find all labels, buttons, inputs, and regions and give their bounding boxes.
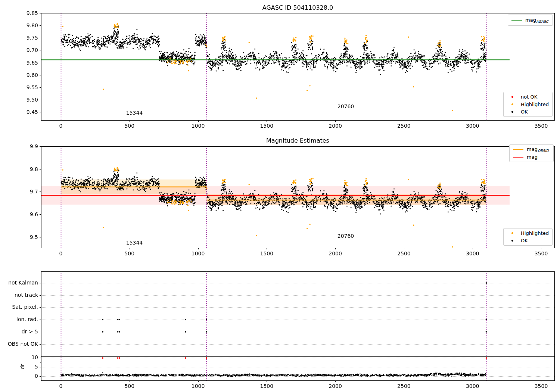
x-tick-label-panel2: 500 [120,251,139,257]
panel2-title: Magnitude Estimates [41,137,554,144]
flag-category-label: dr > 5 [0,329,38,335]
flag-category-label: not track [0,292,38,298]
x-tick-label-panel1: 2000 [326,123,345,129]
y-tick-label-panel2: 9.6 [15,211,38,218]
x-tick-label-panel1: 500 [120,123,139,129]
annotation-obsid-20760-panel1: 20760 [335,103,357,109]
legend-label: mag [527,154,538,160]
panel1-title: AGASC ID 504110328.0 [41,4,554,11]
legend-line-swatch-icon [513,149,524,150]
y-tick-label-panel2: 9.5 [15,234,38,240]
x-tick-label-panel2: 2000 [326,251,345,257]
legend-status-panel1: not OKHighlightedOK [503,92,553,117]
x-tick-label-panel2: 0 [52,251,70,257]
legend-line-swatch-icon [513,157,524,158]
y-tick-label-panel1: 9.65 [15,60,38,66]
y-tick-label-panel1: 9.45 [15,109,38,115]
legend-status-panel2: HighlightedOK [503,228,553,246]
x-tick-label-panel3: 1500 [257,383,276,389]
flag-category-label: Ion. rad. [0,316,38,323]
x-tick-label-panel3: 3000 [463,383,482,389]
plots-canvas [0,0,560,392]
y-tick-label-panel2: 9.9 [15,143,38,150]
legend-dot-swatch-icon [507,103,518,105]
x-tick-label-panel1: 3000 [463,123,482,129]
legend-mag-obsid-item: mag [511,153,552,161]
x-tick-label-panel1: 1000 [189,123,208,129]
flag-category-label: Sat. pixel. [0,304,38,310]
dr-tick-label: 5 [15,364,38,370]
x-tick-label-panel1: 3500 [532,123,550,129]
x-tick-label-panel2: 2500 [395,251,413,257]
legend-status-panel2-item: OK [505,237,551,245]
x-tick-label-panel1: 2500 [395,123,413,129]
legend-label: OK [521,238,528,243]
x-tick-label-panel2: 1000 [189,251,208,257]
y-tick-label-panel1: 9.80 [15,22,38,29]
x-tick-label-panel1: 0 [52,123,70,129]
legend-label: magAGASC [525,17,548,24]
x-tick-label-panel3: 1000 [189,383,208,389]
figure: AGASC ID 504110328.0 Magnitude Estimates… [0,0,560,392]
legend-status-panel1-item: Highlighted [505,100,551,108]
dr-tick-label: 10 [15,354,38,361]
legend-dot-swatch-icon [507,96,518,98]
legend-line-swatch-icon [511,20,522,21]
x-tick-label-panel3: 0 [52,383,70,389]
y-tick-label-panel2: 9.8 [15,166,38,172]
legend-mag-agasc: magAGASC [508,15,553,26]
y-tick-label-panel1: 9.75 [15,35,38,41]
legend-status-panel1-item: OK [505,108,551,116]
y-tick-label-panel2: 9.7 [15,189,38,195]
flag-category-label: not Kalman [0,280,38,286]
legend-status-panel1-item: not OK [505,93,551,100]
legend-label: Highlighted [521,230,549,236]
legend-label: magOBSID [527,146,549,153]
legend-label: Highlighted [521,102,549,107]
x-tick-label-panel2: 3500 [532,251,550,257]
annotation-obsid-20760-panel2: 20760 [335,233,357,239]
x-tick-label-panel3: 2000 [326,383,345,389]
legend-label: not OK [521,94,537,100]
x-tick-label-panel3: 2500 [395,383,413,389]
x-tick-label-panel3: 500 [120,383,139,389]
x-tick-label-panel1: 1500 [257,123,276,129]
x-tick-label-panel2: 3000 [463,251,482,257]
legend-mag-obsid: magOBSIDmag [509,144,554,162]
annotation-obsid-15344-panel1: 15344 [123,110,146,116]
y-tick-label-panel1: 9.55 [15,84,38,91]
y-tick-label-panel1: 9.70 [15,47,38,53]
dr-tick-label: 0 [15,373,38,379]
y-tick-label-panel1: 9.50 [15,97,38,103]
legend-mag-agasc-item: magAGASC [510,16,551,24]
x-tick-label-panel3: 3500 [532,383,550,389]
legend-dot-swatch-icon [507,111,518,113]
legend-dot-swatch-icon [507,240,518,242]
legend-status-panel2-item: Highlighted [505,229,551,237]
legend-label: OK [521,109,528,115]
x-tick-label-panel2: 1500 [257,251,276,257]
annotation-obsid-15344-panel2: 15344 [123,240,146,246]
y-tick-label-panel1: 9.85 [15,10,38,16]
y-tick-label-panel1: 9.60 [15,72,38,78]
legend-mag-obsid-item: magOBSID [511,146,552,153]
legend-dot-swatch-icon [507,232,518,234]
flag-category-label: OBS not OK [0,341,38,347]
